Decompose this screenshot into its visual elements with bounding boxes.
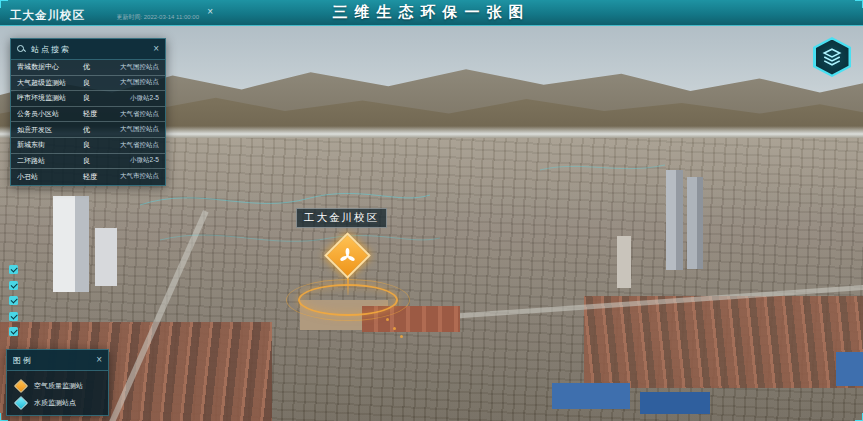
station-grade: 良 [83,156,105,166]
station-grade: 良 [83,78,105,88]
warehouse-blue [552,383,630,409]
close-icon[interactable]: × [207,6,213,17]
station-list-item[interactable]: 大气超级监测站良大气国控站点 [11,76,165,92]
checkbox-checked-icon[interactable] [9,281,18,290]
update-time-label: 更新时间: [116,14,142,20]
station-grade: 优 [83,62,105,72]
station-type: 小微站2-5 [105,156,159,165]
station-grade: 轻度 [83,172,105,182]
station-grade: 轻度 [83,109,105,119]
station-grade: 优 [83,125,105,135]
map-application: 工大金川校区 三维生态环保一张图 站点搜索 × 青城数据中心优大气国控站点大气超… [0,0,863,421]
station-name: 大气超级监测站 [17,78,83,88]
station-list-item[interactable]: 青城数据中心优大气国控站点 [11,60,165,76]
station-name: 青城数据中心 [17,62,83,72]
legend-panel-title: 图例 [13,355,96,366]
water-station-marker-icon [14,396,28,410]
detail-header: 工大金川校区 更新时间: 2022-03-14 11:00:00 × [1,1,220,23]
search-icon [17,45,26,54]
station-panel-header: 站点搜索 × [11,39,165,60]
air-station-marker-icon [14,379,28,393]
station-panel-title: 站点搜索 [31,44,153,55]
station-type: 大气市控站点 [105,172,159,181]
warehouse-blue [836,352,863,386]
marker-trail-dot [386,318,389,321]
marker-trail-dot [400,335,403,338]
station-list-item[interactable]: 公务员小区站轻度大气省控站点 [11,107,165,123]
station-name: 呼市环境监测站 [17,93,83,103]
update-time: 更新时间: 2022-03-14 11:00:00 [116,13,199,22]
legend-items: 空气质量监测站水质监测站点 [7,371,108,411]
building [666,170,683,270]
station-list-item[interactable]: 呼市环境监测站良小微站2-5 [11,91,165,107]
legend-item-label: 空气质量监测站 [34,381,83,391]
update-time-value: 2022-03-14 11:00:00 [144,14,199,20]
layers-icon [820,46,844,68]
station-grade: 良 [83,93,105,103]
checkbox-checked-icon[interactable] [9,296,18,305]
station-list-item[interactable]: 新城东街良大气省控站点 [11,138,165,154]
map-legend-panel: 图例 × 空气质量监测站水质监测站点 [6,349,109,416]
station-marker-label[interactable]: 工大金川校区 [296,208,387,228]
red-roof-blocks-right [584,296,863,388]
station-grade: 良 [83,140,105,150]
building [53,196,89,292]
building [362,306,460,332]
station-name: 公务员小区站 [17,109,83,119]
station-type: 大气国控站点 [105,125,159,134]
warehouse-blue [640,392,710,414]
station-list: 青城数据中心优大气国控站点大气超级监测站良大气国控站点呼市环境监测站良小微站2-… [11,60,165,185]
legend-panel-header: 图例 × [7,350,108,371]
close-icon[interactable]: × [153,44,159,54]
station-type: 大气省控站点 [105,141,159,150]
station-list-item[interactable]: 小召站轻度大气市控站点 [11,169,165,185]
building [687,177,703,269]
station-list-item[interactable]: 二环路站良小微站2-5 [11,154,165,170]
close-icon[interactable]: × [96,355,102,365]
layers-toggle-button[interactable] [813,37,851,77]
app-title: 三维生态环保一张图 [333,3,531,22]
legend-item-label: 水质监测站点 [34,398,76,408]
building [95,228,117,286]
legend-item: 空气质量监测站 [16,381,99,391]
legend-item: 水质监测站点 [16,398,99,408]
station-list-item[interactable]: 如意开发区优大气国控站点 [11,122,165,138]
station-name: 新城东街 [17,140,83,150]
station-type: 大气国控站点 [105,78,159,87]
marker-trail-dot [393,327,396,330]
panel-corner [855,413,863,421]
panel-corner [855,0,863,8]
station-search-panel: 站点搜索 × 青城数据中心优大气国控站点大气超级监测站良大气国控站点呼市环境监测… [10,38,166,186]
station-name: 二环路站 [17,156,83,166]
checkbox-checked-icon[interactable] [9,265,18,274]
station-type: 小微站2-5 [105,94,159,103]
station-name: 如意开发区 [17,125,83,135]
station-type: 大气国控站点 [105,63,159,72]
building [617,236,631,288]
station-name: 小召站 [17,172,83,182]
station-name: 工大金川校区 [10,8,85,23]
station-type: 大气省控站点 [105,110,159,119]
checkbox-checked-icon[interactable] [9,312,18,321]
checkbox-checked-icon[interactable] [9,327,18,336]
pinwheel-icon [339,247,357,265]
